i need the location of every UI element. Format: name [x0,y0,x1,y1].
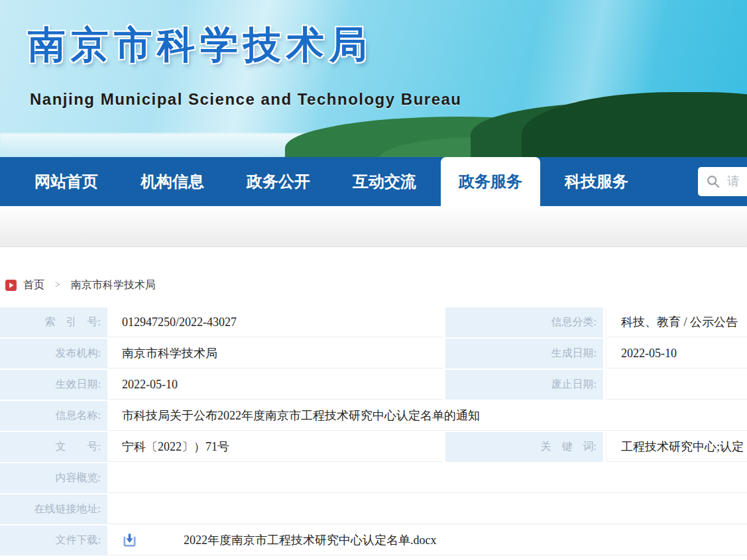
site-banner: 南京市科学技术局 Nanjing Municipal Science and T… [0,0,747,157]
online-link-value [107,494,747,524]
generate-date-value: 2022-05-10 [606,339,747,368]
content-overview-value [107,463,747,493]
table-row-content-overview: 内容概览: [0,463,747,493]
table-row-index: 索 引 号: 012947250/2022-43027 信息分类: 科技、教育 … [0,308,747,337]
abolish-date-value [606,370,747,400]
nav-item-gov-disclosure[interactable]: 政务公开 [229,157,328,206]
effective-date-value: 2022-05-10 [107,370,443,400]
banner-hills [285,71,747,157]
keywords-label: 关 键 词: [445,432,603,462]
search-box[interactable] [698,167,747,196]
file-download-value: 2022年度南京市工程技术研究中心认定名单.docx [107,526,747,555]
content-overview-label: 内容概览: [0,463,107,493]
download-icon[interactable] [122,533,137,548]
subnav-strip [0,206,747,247]
table-row-doc-number: 文 号: 宁科〔2022〕）71号 关 键 词: 工程技术研究中心;认定 [0,432,747,462]
nav-item-tech-services[interactable]: 科技服务 [547,157,646,206]
keywords-value: 工程技术研究中心;认定 [606,432,747,462]
breadcrumb: 首页 > 南京市科学技术局 [5,277,747,293]
main-nav: 网站首页 机构信息 政务公开 互动交流 政务服务 科技服务 [0,157,747,206]
download-file-link[interactable]: 2022年度南京市工程技术研究中心认定名单.docx [184,532,437,548]
table-row-online-link: 在线链接地址: [0,494,747,524]
table-row-info-name: 信息名称: 市科技局关于公布2022年度南京市工程技术研究中心认定名单的通知 [0,401,747,431]
nav-item-home[interactable]: 网站首页 [17,157,116,206]
info-name-value: 市科技局关于公布2022年度南京市工程技术研究中心认定名单的通知 [107,401,747,431]
index-number-value: 012947250/2022-43027 [107,308,443,337]
info-name-label: 信息名称: [0,401,107,431]
generate-date-label: 生成日期: [445,339,603,368]
nav-item-interaction[interactable]: 互动交流 [335,157,434,206]
doc-number-label: 文 号: [0,432,107,462]
table-row-publisher: 发布机构: 南京市科学技术局 生成日期: 2022-05-10 [0,339,747,368]
table-row-effective-date: 生效日期: 2022-05-10 废止日期: [0,370,747,400]
breadcrumb-current: 南京市科学技术局 [71,278,156,292]
search-input[interactable] [727,174,747,189]
file-download-label: 文件下载: [0,526,107,555]
info-category-value: 科技、教育 / 公示公告 [606,308,747,337]
site-title-english: Nanjing Municipal Science and Technology… [30,90,461,109]
effective-date-label: 生效日期: [0,370,107,400]
site-title: 南京市科学技术局 [28,20,373,71]
nav-item-gov-services[interactable]: 政务服务 [441,157,540,206]
abolish-date-label: 废止日期: [445,370,603,400]
info-category-label: 信息分类: [445,308,603,337]
home-marker-icon [5,280,17,291]
nav-list: 网站首页 机构信息 政务公开 互动交流 政务服务 科技服务 [0,157,747,206]
publisher-label: 发布机构: [0,339,107,368]
doc-number-value: 宁科〔2022〕）71号 [107,432,443,462]
document-info-table: 索 引 号: 012947250/2022-43027 信息分类: 科技、教育 … [0,308,747,555]
breadcrumb-separator: > [55,280,60,290]
online-link-label: 在线链接地址: [0,494,107,524]
search-icon [706,174,720,189]
nav-item-org-info[interactable]: 机构信息 [123,157,222,206]
breadcrumb-home-link[interactable]: 首页 [23,278,44,292]
index-number-label: 索 引 号: [0,308,107,337]
publisher-value: 南京市科学技术局 [107,339,443,368]
table-row-file-download: 文件下载: 2022年度南京市工程技术研究中心认定名单.docx [0,526,747,555]
